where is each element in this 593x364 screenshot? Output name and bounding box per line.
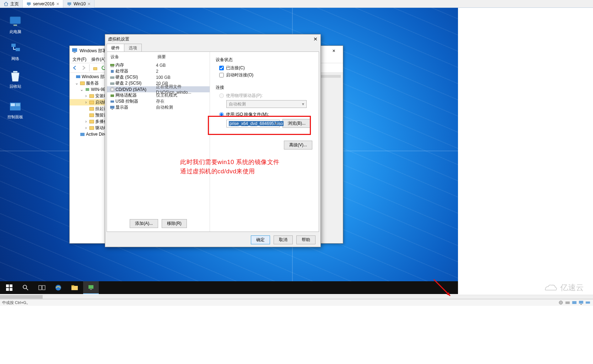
svg-rect-44 xyxy=(110,82,114,85)
svg-rect-24 xyxy=(90,120,94,123)
dialog-title: 虚拟机设置 xyxy=(108,36,129,42)
control-panel-icon xyxy=(9,100,22,113)
desktop-icon-pc[interactable]: 此电脑 xyxy=(2,15,28,34)
recycle-icon xyxy=(9,70,22,82)
svg-rect-21 xyxy=(90,101,94,104)
monitor-icon xyxy=(67,1,72,6)
menu-file[interactable]: 文件(F) xyxy=(72,56,86,63)
svg-rect-11 xyxy=(16,103,20,106)
monitor-icon xyxy=(26,1,31,6)
hw-cpu[interactable]: 处理器2 xyxy=(107,68,210,74)
status-usb-icon[interactable] xyxy=(585,300,591,305)
svg-rect-34 xyxy=(42,286,45,290)
search-button[interactable] xyxy=(18,281,33,294)
dialog-titlebar[interactable]: 虚拟机设置 ✕ xyxy=(105,34,320,44)
radio-physical-drive: 使用物理驱动器(P): xyxy=(219,93,313,99)
watermark: 亿速云 xyxy=(543,282,584,293)
svg-rect-19 xyxy=(86,88,89,91)
cancel-button[interactable]: 取消 xyxy=(274,235,293,244)
hw-display[interactable]: 显示器自动检测 xyxy=(107,104,210,110)
add-hardware-button[interactable]: 添加(A)... xyxy=(130,219,158,228)
tab-hardware[interactable]: 硬件 xyxy=(107,44,124,51)
status-hint: 中或按 Ctrl+G。 xyxy=(2,300,30,305)
desktop-icon-recyclebin[interactable]: 回收站 xyxy=(2,70,28,89)
svg-rect-12 xyxy=(72,48,77,52)
svg-rect-10 xyxy=(11,103,15,106)
horizontal-scrollbar[interactable] xyxy=(0,295,593,299)
icon-label: 控制面板 xyxy=(2,114,28,120)
close-icon[interactable]: ✕ xyxy=(87,2,91,6)
forward-button[interactable] xyxy=(80,64,87,72)
svg-line-32 xyxy=(26,288,28,290)
desktop-icon-network[interactable]: 网络 xyxy=(2,42,28,61)
up-button[interactable] xyxy=(91,64,99,72)
svg-rect-37 xyxy=(71,285,74,286)
back-button[interactable] xyxy=(71,64,79,72)
advanced-button[interactable]: 高级(V)... xyxy=(284,141,312,150)
home-icon xyxy=(4,1,9,6)
ie-button[interactable] xyxy=(50,281,66,294)
hw-cddvd[interactable]: CD/DVD (SATA)正在使用文件 D:\iOS\cn_windo... xyxy=(107,86,210,92)
hw-memory[interactable]: 内存4 GB xyxy=(107,62,210,68)
svg-rect-47 xyxy=(110,94,114,97)
hardware-detail: 设备状态 已连接(C) 启动时连接(O) 连接 使用物理驱动器(P): 自动检测… xyxy=(210,52,319,232)
vm-settings-dialog: 虚拟机设置 ✕ 硬件 选项 设备摘要 内存4 GB 处理器2 硬盘 (SCSI)… xyxy=(105,34,321,247)
display-icon xyxy=(109,105,115,110)
taskview-button[interactable] xyxy=(34,281,50,294)
svg-rect-25 xyxy=(90,126,94,130)
start-button[interactable] xyxy=(1,281,17,294)
vmware-tab-strip: 主页 server2016 ✕ Win10 ✕ xyxy=(0,0,593,8)
hw-disk1[interactable]: 硬盘 (SCSI)100 GB xyxy=(107,74,210,80)
remove-hardware-button[interactable]: 移除(R) xyxy=(162,219,187,228)
desktop-icon-controlpanel[interactable]: 控制面板 xyxy=(2,100,28,120)
svg-rect-42 xyxy=(111,70,114,73)
svg-rect-3 xyxy=(69,5,70,6)
wds-task-button[interactable] xyxy=(83,281,99,294)
explorer-button[interactable] xyxy=(67,281,82,294)
close-button[interactable]: ✕ xyxy=(327,46,341,56)
ok-button[interactable]: 确定 xyxy=(251,235,270,244)
chk-connected[interactable]: 已连接(C) xyxy=(219,65,313,71)
tab-server2016[interactable]: server2016 ✕ xyxy=(23,0,63,8)
nic-icon xyxy=(109,93,115,98)
close-icon[interactable]: ✕ xyxy=(56,2,59,6)
icon-label: 回收站 xyxy=(2,84,28,89)
svg-rect-6 xyxy=(11,44,16,47)
vmware-statusbar: 中或按 Ctrl+G。 xyxy=(0,299,593,306)
tab-win10[interactable]: Win10 ✕ xyxy=(63,0,95,8)
svg-rect-39 xyxy=(90,289,92,290)
svg-rect-40 xyxy=(110,64,114,66)
svg-point-51 xyxy=(559,301,563,304)
svg-rect-49 xyxy=(110,106,114,109)
menu-action[interactable]: 操作(A) xyxy=(91,56,106,63)
hdd-icon xyxy=(109,75,115,80)
svg-rect-27 xyxy=(6,284,9,287)
col-device: 设备 xyxy=(110,54,157,60)
svg-rect-56 xyxy=(586,301,590,304)
svg-rect-28 xyxy=(10,284,12,287)
svg-rect-13 xyxy=(74,52,76,53)
status-nic-icon[interactable] xyxy=(571,300,577,305)
group-connection: 连接 xyxy=(216,85,313,91)
help-button[interactable]: 帮助 xyxy=(296,235,316,244)
hw-network[interactable]: 网络适配器仅主机模式 xyxy=(107,92,210,98)
annotation-arrow xyxy=(431,277,456,301)
svg-rect-43 xyxy=(110,76,114,79)
svg-point-31 xyxy=(23,285,27,289)
close-button[interactable]: ✕ xyxy=(313,36,318,42)
svg-rect-55 xyxy=(581,304,582,305)
svg-rect-54 xyxy=(579,301,583,304)
tab-home[interactable]: 主页 xyxy=(0,0,23,8)
cpu-icon xyxy=(109,69,115,74)
tree-servers[interactable]: 服务器 xyxy=(86,80,99,86)
status-cd-icon[interactable] xyxy=(558,300,564,305)
combo-physical-drive: 自动检测 xyxy=(226,100,307,108)
tab-options[interactable]: 选项 xyxy=(124,44,142,51)
chk-connect-poweron[interactable]: 启动时连接(O) xyxy=(219,72,313,78)
icon-label: 此电脑 xyxy=(2,29,28,34)
taskbar xyxy=(0,281,458,294)
svg-rect-0 xyxy=(27,2,31,5)
status-display-icon[interactable] xyxy=(578,300,584,305)
hw-usb[interactable]: USB 控制器存在 xyxy=(107,98,210,104)
status-hdd-icon[interactable] xyxy=(565,300,571,305)
